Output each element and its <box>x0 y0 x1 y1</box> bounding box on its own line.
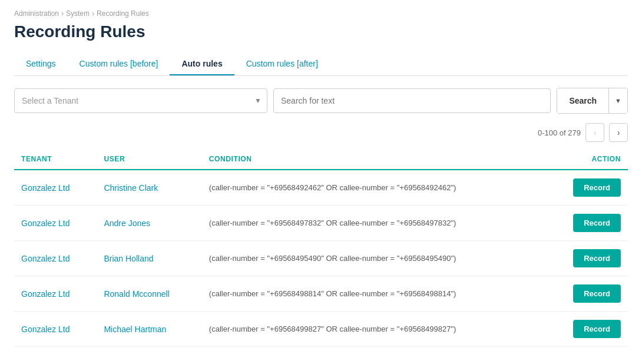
tab-settings[interactable]: Settings <box>14 53 68 75</box>
tab-bar: Settings Custom rules [before] Auto rule… <box>14 53 628 76</box>
cell-tenant-4[interactable]: Gonzalez Ltd <box>14 312 97 347</box>
tenant-select-wrapper: Select a Tenant ▼ <box>14 88 267 113</box>
pagination-prev[interactable]: ‹ <box>585 123 604 142</box>
table-row: Gonzalez LtdRonald Mcconnell(caller-numb… <box>14 276 628 312</box>
cell-condition-3: (caller-number = "+69568498814" OR calle… <box>202 276 547 312</box>
table-row: Gonzalez LtdMichael Hartman(caller-numbe… <box>14 312 628 347</box>
cell-action-3: Record <box>547 276 628 312</box>
cell-user-2[interactable]: Brian Holland <box>97 241 201 276</box>
breadcrumb-system: System <box>66 9 90 18</box>
record-button-3[interactable]: Record <box>573 284 621 303</box>
cell-user-3[interactable]: Ronald Mcconnell <box>97 276 201 312</box>
breadcrumb-sep1: › <box>61 9 64 18</box>
record-button-1[interactable]: Record <box>573 214 621 232</box>
pagination-range: 0-100 of 279 <box>538 128 581 137</box>
record-button-0[interactable]: Record <box>573 178 621 197</box>
table-row: Gonzalez LtdAndre Jones(caller-number = … <box>14 206 628 241</box>
search-button[interactable]: Search <box>557 88 608 113</box>
cell-condition-0: (caller-number = "+69568492462" OR calle… <box>202 170 547 206</box>
cell-tenant-0[interactable]: Gonzalez Ltd <box>14 170 97 206</box>
cell-user-4[interactable]: Michael Hartman <box>97 312 201 347</box>
rules-table: TENANT USER CONDITION ACTION Gonzalez Lt… <box>14 149 628 347</box>
pagination-next[interactable]: › <box>609 123 628 142</box>
cell-tenant-2[interactable]: Gonzalez Ltd <box>14 241 97 276</box>
record-button-4[interactable]: Record <box>573 320 621 338</box>
cell-user-1[interactable]: Andre Jones <box>97 206 201 241</box>
cell-condition-2: (caller-number = "+69568495490" OR calle… <box>202 241 547 276</box>
record-button-2[interactable]: Record <box>573 249 621 267</box>
cell-tenant-3[interactable]: Gonzalez Ltd <box>14 276 97 312</box>
cell-condition-4: (caller-number = "+69568499827" OR calle… <box>202 312 547 347</box>
breadcrumb-current: Recording Rules <box>97 9 149 18</box>
search-btn-group: Search ▼ <box>557 88 628 114</box>
th-condition: CONDITION <box>202 149 547 170</box>
search-dropdown-button[interactable]: ▼ <box>608 88 627 113</box>
th-tenant: TENANT <box>14 149 97 170</box>
cell-condition-1: (caller-number = "+69568497832" OR calle… <box>202 206 547 241</box>
search-input[interactable] <box>273 88 551 113</box>
table-header-row: TENANT USER CONDITION ACTION <box>14 149 628 170</box>
tenant-select[interactable]: Select a Tenant <box>14 88 267 113</box>
breadcrumb: Administration › System › Recording Rule… <box>14 9 628 18</box>
table-row: Gonzalez LtdChristine Clark(caller-numbe… <box>14 170 628 206</box>
tab-custom-after[interactable]: Custom rules [after] <box>234 53 330 75</box>
pagination-row: 0-100 of 279 ‹ › <box>14 123 628 142</box>
breadcrumb-admin: Administration <box>14 9 59 18</box>
cell-tenant-1[interactable]: Gonzalez Ltd <box>14 206 97 241</box>
cell-action-2: Record <box>547 241 628 276</box>
search-bar: Select a Tenant ▼ Search ▼ <box>14 88 628 114</box>
cell-user-0[interactable]: Christine Clark <box>97 170 201 206</box>
cell-action-4: Record <box>547 312 628 347</box>
cell-action-1: Record <box>547 206 628 241</box>
tab-custom-before[interactable]: Custom rules [before] <box>68 53 170 75</box>
table-row: Gonzalez LtdBrian Holland(caller-number … <box>14 241 628 276</box>
th-action: ACTION <box>547 149 628 170</box>
cell-action-0: Record <box>547 170 628 206</box>
breadcrumb-sep2: › <box>92 9 94 18</box>
page-title: Recording Rules <box>14 22 628 41</box>
tab-auto-rules[interactable]: Auto rules <box>170 53 234 75</box>
th-user: USER <box>97 149 201 170</box>
